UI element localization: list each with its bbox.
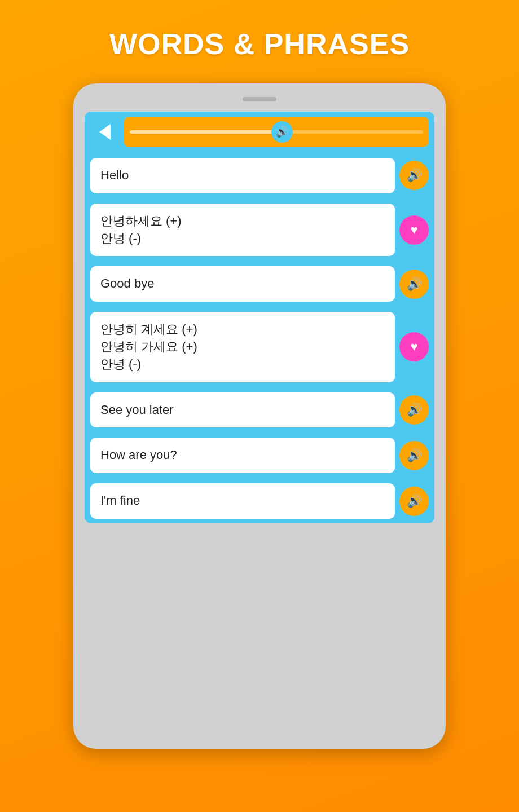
- speaker-button[interactable]: 🔊: [399, 161, 429, 190]
- phrase-row: See you later 🔊: [85, 387, 434, 433]
- heart-icon: ♥: [410, 223, 417, 237]
- heart-icon: ♥: [410, 339, 417, 354]
- phrase-row: 안녕히 계세요 (+) 안녕히 가세요 (+) 안녕 (-) ♥: [85, 306, 434, 386]
- phrase-row: How are you? 🔊: [85, 432, 434, 478]
- player-bar: 🔊: [85, 112, 434, 152]
- speaker-icon: 🔊: [276, 126, 288, 138]
- phrase-english: I'm fine: [90, 483, 395, 519]
- progress-thumb: 🔊: [271, 121, 293, 143]
- phrase-translation: 안녕히 계세요 (+) 안녕히 가세요 (+) 안녕 (-): [90, 312, 395, 382]
- phrase-english: See you later: [90, 392, 395, 428]
- favorite-button[interactable]: ♥: [399, 332, 429, 361]
- back-arrow-icon: [99, 124, 111, 140]
- speaker-icon: 🔊: [407, 448, 422, 463]
- phrase-row: Good bye 🔊: [85, 261, 434, 306]
- back-button[interactable]: [90, 117, 120, 147]
- speaker-icon: 🔊: [407, 494, 422, 509]
- progress-fill: [130, 130, 291, 134]
- phrase-translation: 안녕하세요 (+) 안녕 (-): [90, 204, 395, 257]
- phrase-english: Good bye: [90, 266, 395, 302]
- phrase-row: I'm fine 🔊: [85, 478, 434, 523]
- page-title: WORDS & PHRASES: [109, 27, 410, 61]
- speaker-button[interactable]: 🔊: [399, 441, 429, 470]
- audio-progress-bar[interactable]: 🔊: [124, 117, 429, 147]
- speaker-icon: 🔊: [407, 168, 422, 183]
- phrase-english: Hello: [90, 158, 395, 193]
- phrase-english: How are you?: [90, 438, 395, 473]
- speaker-icon: 🔊: [407, 403, 422, 417]
- phrase-row: 안녕하세요 (+) 안녕 (-) ♥: [85, 198, 434, 261]
- speaker-icon: 🔊: [407, 277, 422, 292]
- speaker-button[interactable]: 🔊: [399, 395, 429, 425]
- progress-track: 🔊: [130, 130, 423, 134]
- phrase-row: Hello 🔊: [85, 152, 434, 198]
- favorite-button[interactable]: ♥: [399, 215, 429, 245]
- tablet-screen: 🔊 Hello 🔊 안녕하세요 (+) 안녕 (-) ♥: [85, 112, 434, 523]
- speaker-button[interactable]: 🔊: [399, 487, 429, 516]
- tablet-notch: [243, 97, 276, 102]
- speaker-button[interactable]: 🔊: [399, 270, 429, 299]
- tablet-device: 🔊 Hello 🔊 안녕하세요 (+) 안녕 (-) ♥: [73, 83, 446, 749]
